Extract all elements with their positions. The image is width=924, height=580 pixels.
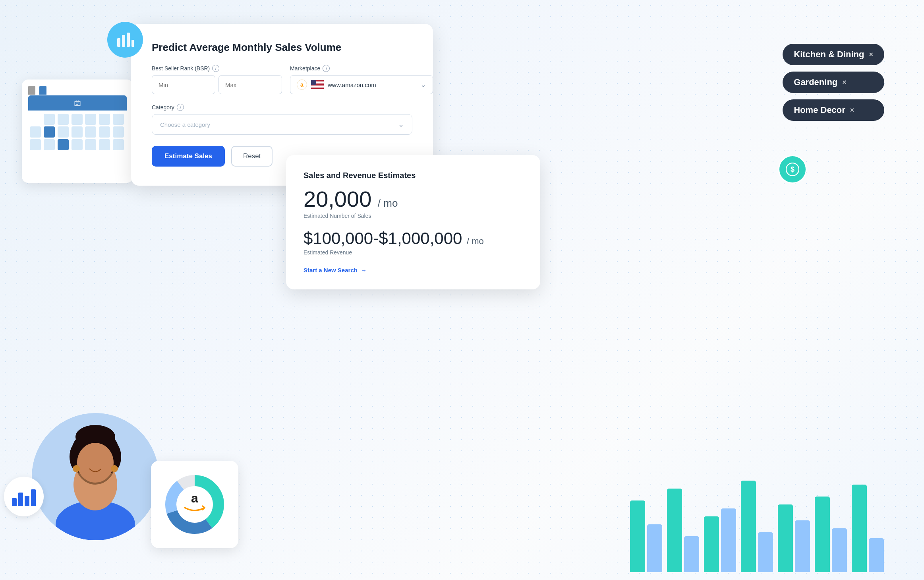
bar-icon-col-4 xyxy=(31,489,36,506)
category-group: Category i Choose a category ⌄ xyxy=(152,104,412,135)
bar-teal-2 xyxy=(667,489,682,572)
svg-point-22 xyxy=(77,443,114,483)
bar-teal-4 xyxy=(741,481,756,572)
cal-cell xyxy=(72,139,83,150)
cal-cell xyxy=(30,126,41,138)
bsr-max-input[interactable] xyxy=(218,75,282,94)
dollar-circle-icon: $ xyxy=(778,155,807,184)
marketplace-info-icon[interactable]: i xyxy=(323,65,330,72)
bar-chart-area xyxy=(614,461,924,580)
bsr-info-icon[interactable]: i xyxy=(212,65,219,72)
bar-teal-6 xyxy=(815,497,830,572)
tag-home-decor-label: Home Decor xyxy=(794,105,845,115)
cal-cell xyxy=(113,139,124,150)
marketplace-select[interactable]: a www.amazon.com ⌄ xyxy=(290,75,433,94)
svg-rect-2 xyxy=(127,33,130,47)
category-info-icon[interactable]: i xyxy=(177,104,184,111)
cal-cell xyxy=(44,126,55,138)
bsr-group: Best Seller Rank (BSR) i xyxy=(152,65,282,94)
cal-cell xyxy=(85,139,96,150)
bar-light-2 xyxy=(684,536,699,572)
tags-area: Kitchen & Dining × Gardening × Home Deco… xyxy=(783,44,884,121)
svg-rect-10 xyxy=(311,87,324,88)
cal-cell xyxy=(44,139,55,150)
bar-icon-col-3 xyxy=(25,496,29,506)
bar-group-6 xyxy=(815,497,847,572)
cal-cell xyxy=(85,114,96,125)
results-revenue-number: $100,000-$1,000,000 / mo xyxy=(303,230,523,247)
reset-button[interactable]: Reset xyxy=(231,146,273,167)
svg-rect-8 xyxy=(311,85,324,85)
bar-light-4 xyxy=(758,532,773,572)
cal-cell xyxy=(99,114,110,125)
marketplace-chevron-icon: ⌄ xyxy=(420,80,426,89)
new-search-link[interactable]: Start a New Search → xyxy=(303,267,523,274)
bar-light-6 xyxy=(832,528,847,572)
cal-cell xyxy=(30,114,41,125)
svg-rect-1 xyxy=(122,35,125,47)
tag-chip-home-decor: Home Decor × xyxy=(783,99,884,121)
bar-light-1 xyxy=(647,524,662,572)
bar-teal-5 xyxy=(778,504,793,572)
svg-rect-11 xyxy=(311,80,316,85)
donut-chart: a xyxy=(163,473,226,536)
marketplace-label: Marketplace i xyxy=(290,65,433,72)
cal-cell xyxy=(113,126,124,138)
cal-tab-right xyxy=(39,86,46,95)
cal-cell xyxy=(113,114,124,125)
amazon-small-icon: a xyxy=(297,80,307,90)
results-revenue-unit: / mo xyxy=(467,236,484,246)
cal-cell xyxy=(58,139,69,150)
bsr-label: Best Seller Rank (BSR) i xyxy=(152,65,282,72)
bars-icon xyxy=(12,487,36,506)
bar-light-3 xyxy=(721,508,736,572)
bar-group-1 xyxy=(630,500,662,572)
cal-cell xyxy=(30,139,41,150)
tag-gardening-close[interactable]: × xyxy=(842,78,847,87)
results-card: Sales and Revenue Estimates 20,000 / mo … xyxy=(286,155,540,289)
results-title: Sales and Revenue Estimates xyxy=(303,171,523,180)
cal-cell xyxy=(72,114,83,125)
person-svg xyxy=(32,413,159,540)
marketplace-group: Marketplace i a xyxy=(290,65,433,94)
analytics-circle-icon xyxy=(107,22,143,58)
predict-title: Predict Average Monthly Sales Volume xyxy=(152,41,412,54)
us-flag-icon xyxy=(311,80,324,89)
bar-group-7 xyxy=(852,485,884,572)
tag-kitchen-label: Kitchen & Dining xyxy=(794,49,864,60)
svg-point-23 xyxy=(73,466,79,472)
bar-light-5 xyxy=(795,520,810,572)
cal-tab-left xyxy=(28,86,35,95)
calendar-grid xyxy=(28,111,127,153)
results-sales-unit: / mo xyxy=(378,197,398,209)
category-select[interactable]: Choose a category ⌄ xyxy=(152,114,412,135)
cal-cell xyxy=(58,126,69,138)
cal-cell xyxy=(85,126,96,138)
bar-chart-circle-icon xyxy=(4,477,44,516)
bar-icon-col-1 xyxy=(12,498,17,506)
estimate-sales-button[interactable]: Estimate Sales xyxy=(152,146,225,167)
bar-group-4 xyxy=(741,481,773,572)
bar-group-3 xyxy=(704,508,736,572)
bar-group-2 xyxy=(667,489,699,572)
bar-icon-col-2 xyxy=(18,493,23,506)
category-chevron-icon: ⌄ xyxy=(398,120,404,129)
person-illustration xyxy=(32,413,159,540)
bar-teal-3 xyxy=(704,516,719,572)
svg-point-24 xyxy=(111,466,118,472)
tag-gardening-label: Gardening xyxy=(794,77,837,87)
bsr-min-input[interactable] xyxy=(152,75,215,94)
tag-kitchen-close[interactable]: × xyxy=(869,50,873,59)
amazon-donut-card: a xyxy=(151,461,238,548)
category-placeholder: Choose a category xyxy=(160,121,398,128)
tag-chip-kitchen: Kitchen & Dining × xyxy=(783,44,884,65)
svg-rect-0 xyxy=(117,38,120,47)
marketplace-value: www.amazon.com xyxy=(328,81,416,88)
tag-chip-gardening: Gardening × xyxy=(783,72,884,93)
calendar-card xyxy=(22,80,133,183)
svg-rect-3 xyxy=(131,40,134,47)
tag-home-decor-close[interactable]: × xyxy=(850,106,854,114)
calendar-bar xyxy=(28,95,127,111)
bar-teal-1 xyxy=(630,500,645,572)
cal-cell xyxy=(58,114,69,125)
